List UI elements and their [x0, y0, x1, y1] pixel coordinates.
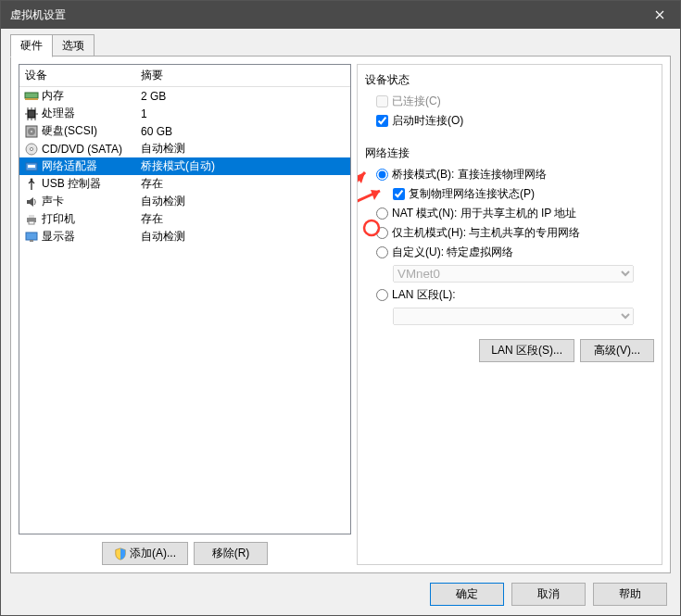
header-summary: 摘要 [141, 68, 345, 83]
close-button[interactable] [638, 1, 680, 29]
hardware-row[interactable]: 硬盘(SCSI)60 GB [19, 122, 350, 140]
radio-nat[interactable]: NAT 模式(N): 用于共享主机的 IP 地址 [376, 204, 654, 223]
hardware-rows: 内存2 GB处理器1硬盘(SCSI)60 GBCD/DVD (SATA)自动检测… [19, 87, 350, 534]
net-icon [23, 159, 40, 174]
titlebar: 虚拟机设置 [1, 1, 680, 29]
hardware-row-name: 硬盘(SCSI) [42, 123, 141, 139]
hardware-row-name: 声卡 [42, 194, 141, 209]
group-device-status: 设备状态 已连接(C) 启动时连接(O) [365, 67, 654, 131]
settings-panel: 设备状态 已连接(C) 启动时连接(O) 网络连接 [357, 64, 662, 565]
hardware-row-name: 网络适配器 [42, 158, 141, 174]
tab-options[interactable]: 选项 [52, 34, 95, 57]
cd-icon [23, 142, 40, 157]
hardware-row[interactable]: 内存2 GB [19, 87, 350, 105]
network-extra-buttons: LAN 区段(S)... 高级(V)... [365, 339, 654, 362]
hardware-row[interactable]: 显示器自动检测 [19, 228, 350, 245]
hardware-row[interactable]: 处理器1 [19, 105, 350, 122]
radio-nat-input[interactable] [376, 207, 388, 220]
tabstrip: 硬件 选项 [1, 29, 680, 57]
hardware-row-summary: 自动检测 [141, 194, 347, 209]
svg-rect-14 [26, 233, 37, 240]
hardware-row-name: 内存 [42, 88, 141, 104]
sound-icon [23, 195, 40, 209]
hardware-row-name: 打印机 [42, 211, 141, 227]
checkbox-replicate-input[interactable] [393, 188, 405, 200]
cancel-button[interactable]: 取消 [511, 583, 586, 606]
svg-rect-13 [29, 221, 34, 224]
svg-marker-17 [357, 172, 365, 183]
cpu-icon [23, 107, 40, 121]
svg-rect-1 [25, 98, 38, 100]
checkbox-connected-input [376, 95, 388, 107]
hardware-row[interactable]: CD/DVD (SATA)自动检测 [19, 140, 350, 157]
radio-bridged-input[interactable] [376, 169, 388, 181]
hardware-list-header: 设备 摘要 [19, 65, 350, 87]
hardware-row-summary: 2 GB [141, 90, 347, 103]
svg-rect-9 [28, 165, 35, 168]
hardware-row-name: CD/DVD (SATA) [42, 143, 141, 156]
radio-lan-segment-label: LAN 区段(L): [392, 287, 456, 303]
hardware-row-name: USB 控制器 [42, 176, 141, 192]
radio-bridged[interactable]: 桥接模式(B): 直接连接物理网络 [376, 165, 654, 184]
hardware-row-summary: 桥接模式(自动) [141, 158, 347, 174]
hardware-list[interactable]: 设备 摘要 内存2 GB处理器1硬盘(SCSI)60 GBCD/DVD (SAT… [19, 64, 351, 534]
hardware-row[interactable]: 声卡自动检测 [19, 193, 350, 210]
hardware-row-summary: 60 GB [141, 125, 347, 138]
ok-button[interactable]: 确定 [430, 583, 504, 606]
close-icon [655, 10, 664, 19]
svg-rect-0 [25, 93, 38, 98]
checkbox-replicate[interactable]: 复制物理网络连接状态(P) [393, 184, 654, 204]
radio-custom-input[interactable] [376, 246, 388, 258]
hardware-row[interactable]: USB 控制器存在 [19, 175, 350, 193]
checkbox-connected-label: 已连接(C) [392, 94, 441, 109]
tab-hardware[interactable]: 硬件 [10, 34, 53, 57]
hardware-row-summary: 自动检测 [141, 141, 347, 157]
disk-icon [23, 124, 40, 139]
remove-button[interactable]: 移除(R) [194, 542, 268, 565]
display-icon [23, 230, 40, 245]
advanced-button[interactable]: 高级(V)... [580, 339, 654, 362]
shield-icon [114, 547, 127, 560]
add-button[interactable]: 添加(A)... [102, 542, 188, 565]
hardware-row-summary: 存在 [141, 211, 347, 227]
radio-lan-segment-input[interactable] [376, 289, 388, 301]
usb-icon [23, 177, 40, 192]
hardware-row[interactable]: 网络适配器桥接模式(自动) [19, 157, 350, 175]
checkbox-connect-on-power-label: 启动时连接(O) [392, 113, 463, 129]
radio-bridged-label: 桥接模式(B): 直接连接物理网络 [392, 167, 547, 182]
header-device: 设备 [25, 68, 141, 83]
radio-custom-label: 自定义(U): 特定虚拟网络 [392, 245, 513, 260]
memory-icon [23, 89, 40, 104]
group-title-status: 设备状态 [365, 72, 654, 88]
tab-content: 设备 摘要 内存2 GB处理器1硬盘(SCSI)60 GBCD/DVD (SAT… [10, 56, 671, 573]
group-title-network: 网络连接 [365, 145, 654, 161]
hardware-row-name: 处理器 [42, 106, 141, 121]
hardware-row-summary: 自动检测 [141, 229, 347, 245]
hardware-row-summary: 存在 [141, 176, 347, 192]
svg-point-10 [31, 178, 33, 181]
lan-segments-button[interactable]: LAN 区段(S)... [479, 339, 574, 362]
hardware-panel: 设备 摘要 内存2 GB处理器1硬盘(SCSI)60 GBCD/DVD (SAT… [19, 64, 351, 565]
radio-lan-segment[interactable]: LAN 区段(L): [376, 285, 654, 305]
hardware-row[interactable]: 打印机存在 [19, 210, 350, 228]
checkbox-connect-on-power[interactable]: 启动时连接(O) [376, 111, 654, 131]
svg-point-5 [31, 131, 32, 132]
checkbox-connect-on-power-input[interactable] [376, 115, 388, 127]
window-title: 虚拟机设置 [10, 7, 638, 23]
svg-line-16 [357, 172, 365, 200]
radio-custom[interactable]: 自定义(U): 特定虚拟网络 [376, 243, 654, 262]
radio-hostonly[interactable]: 仅主机模式(H): 与主机共享的专用网络 [376, 223, 654, 243]
svg-rect-2 [28, 110, 35, 118]
add-button-label: 添加(A)... [130, 546, 176, 561]
vm-settings-window: 虚拟机设置 硬件 选项 设备 摘要 内存2 GB处理器1硬盘(SCSI)60 G… [0, 0, 681, 616]
hardware-row-summary: 1 [141, 107, 347, 120]
hardware-buttons: 添加(A)... 移除(R) [19, 542, 351, 565]
radio-hostonly-input[interactable] [376, 227, 388, 239]
select-custom-vmnet: VMnet0 [393, 265, 634, 283]
help-button[interactable]: 帮助 [593, 583, 667, 606]
dialog-buttons: 确定 取消 帮助 [1, 573, 680, 615]
group-network-connection: 网络连接 桥接模式(B): 直接连接物理网络 复制物理网络连接状态(P) [365, 140, 654, 362]
svg-point-7 [30, 147, 32, 150]
svg-rect-15 [30, 240, 33, 242]
radio-nat-label: NAT 模式(N): 用于共享主机的 IP 地址 [392, 206, 576, 221]
